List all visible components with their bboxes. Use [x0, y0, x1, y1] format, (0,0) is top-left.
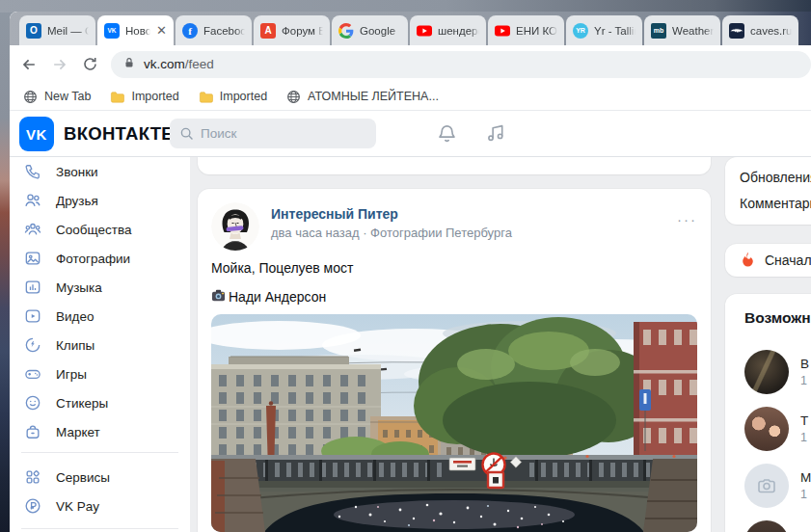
phone-icon [22, 161, 43, 182]
google-icon [338, 23, 354, 39]
feed-tab-comments[interactable]: Комментарии [725, 191, 811, 217]
tab-outlook-mail[interactable]: O Meil — Ole [19, 15, 95, 45]
friend-name[interactable]: М [800, 470, 811, 485]
feed-tab-updates[interactable]: Обновления [725, 165, 811, 191]
tab-label: Meil — Ole [47, 25, 89, 37]
sidebar-item-games[interactable]: Игры [10, 359, 190, 388]
facebook-icon: f [182, 23, 198, 39]
feed-post: Интересный Питер два часа назад · Фотогр… [198, 189, 711, 532]
friend-suggestion-row[interactable]: В 1 [744, 350, 811, 394]
tab-label: caves.ru [750, 25, 792, 37]
tab-label: Google [360, 25, 401, 37]
sidebar-item-music[interactable]: Музыка [10, 273, 190, 302]
feed-area: Интересный Питер два часа назад · Фотогр… [190, 157, 811, 532]
notifications-bell-icon[interactable] [436, 122, 458, 148]
address-bar[interactable]: vk.com/feed [111, 51, 811, 78]
search-icon [178, 125, 195, 146]
folder-icon [199, 90, 213, 104]
vk-icon: VK [104, 23, 120, 39]
bookmark-folder-imported-2[interactable]: Imported [199, 90, 267, 104]
tab-caves[interactable]: caves.ru [722, 15, 798, 45]
post-author-avatar[interactable] [211, 202, 259, 251]
friend-suggestion-row[interactable]: М 1 [744, 464, 811, 508]
post-photo[interactable] [211, 314, 697, 532]
yr-icon: YR [573, 23, 588, 39]
friend-avatar[interactable] [744, 350, 789, 394]
communities-icon [22, 219, 43, 240]
vk-logo[interactable]: VK [19, 117, 54, 151]
folder-icon [110, 90, 124, 104]
tab-yr-weather[interactable]: YR Yr - Tallin [566, 15, 642, 45]
sidebar-item-video[interactable]: Видео [10, 302, 190, 331]
post-mention: Нади Андерсон [211, 288, 697, 306]
sidebar-divider [21, 528, 178, 529]
bookmark-folder-imported-1[interactable]: Imported [110, 90, 178, 104]
youtube-icon [417, 23, 432, 39]
post-menu-ellipsis[interactable]: ··· [677, 202, 697, 251]
forward-button[interactable] [50, 55, 69, 74]
feed-tabs-card: Обновления Комментарии [725, 157, 811, 225]
photos-icon [22, 248, 43, 269]
browser-window: O Meil — Ole VK Новости ✕ f Facebook А Ф… [10, 12, 811, 532]
friend-avatar[interactable] [744, 520, 789, 532]
games-icon [22, 363, 43, 385]
tab-strip: O Meil — Ole VK Новости ✕ f Facebook А Ф… [10, 12, 811, 45]
sidebar-item-photos[interactable]: Фотографии [10, 244, 190, 273]
post-text: Мойка, Поцелуев мост [211, 260, 697, 276]
tab-label: Yr - Tallin [594, 25, 635, 37]
sidebar-divider [21, 452, 178, 453]
tab-vk-news[interactable]: VK Новости ✕ [97, 15, 174, 45]
post-meta[interactable]: два часа назад · Фотографии Петербурга [271, 226, 677, 240]
sidebar-item-clips[interactable]: Клипы [10, 331, 190, 359]
search-input[interactable] [170, 119, 376, 148]
friend-name[interactable]: Т [800, 413, 808, 428]
page-content: Звонки Друзья Сообщества Фотографии Музы… [10, 157, 811, 532]
tab-facebook[interactable]: f Facebook [176, 15, 252, 45]
bookmarks-bar: New Tab Imported Imported АТОМНЫЕ ЛЕЙТЕН… [10, 83, 811, 111]
friend-suggestion-row[interactable] [744, 520, 811, 532]
youtube-icon [495, 23, 510, 39]
tab-youtube-2[interactable]: ЕНИ КОЛ [488, 15, 564, 45]
tab-label: шендеро [438, 25, 479, 37]
tab-forum[interactable]: А Форум В [254, 15, 330, 45]
bookmark-new-tab[interactable]: New Tab [23, 90, 91, 104]
bookmark-atomic[interactable]: АТОМНЫЕ ЛЕЙТЕНА... [286, 90, 439, 104]
music-notes-icon[interactable] [484, 122, 507, 148]
friend-suggestion-row[interactable]: Т 1 [744, 407, 811, 451]
tab-label: Weather [672, 25, 714, 37]
forum-a-icon: А [260, 23, 276, 39]
tab-youtube-1[interactable]: шендеро [410, 15, 486, 45]
feed-sort-toggle[interactable]: Сначала интересные [725, 244, 811, 277]
fire-icon [740, 251, 756, 270]
sidebar-item-stickers[interactable]: Стикеры [10, 388, 190, 417]
friend-meta: 1 [800, 431, 808, 444]
sidebar-item-communities[interactable]: Сообщества [10, 215, 190, 244]
vk-header: VK ВКОНТАКТЕ [10, 111, 811, 157]
camera-icon [755, 474, 778, 497]
vk-wordmark: ВКОНТАКТЕ [64, 123, 174, 145]
left-sidebar: Звонки Друзья Сообщества Фотографии Музы… [10, 157, 190, 532]
friend-suggestions-title: Возможные друзья [744, 309, 811, 327]
services-icon [22, 466, 43, 488]
friend-avatar[interactable] [744, 407, 789, 451]
friend-avatar-placeholder[interactable] [744, 464, 789, 508]
friend-suggestions-card: Возможные друзья В 1 Т 1 [725, 294, 811, 532]
tab-google[interactable]: Google [332, 15, 408, 45]
reload-button[interactable] [81, 55, 99, 73]
sidebar-item-friends[interactable]: Друзья [10, 186, 190, 215]
friend-meta: 1 [800, 374, 809, 387]
sidebar-item-services[interactable]: Сервисы [10, 463, 190, 492]
sidebar-item-vkpay[interactable]: VK Pay [10, 492, 190, 520]
friend-name[interactable]: В [800, 357, 809, 371]
tab-meteoblue[interactable]: mb Weather [644, 15, 720, 45]
market-icon [22, 421, 43, 442]
sidebar-item-market[interactable]: Маркет [10, 417, 190, 446]
friend-meta: 1 [800, 488, 811, 501]
outlook-icon: O [26, 23, 41, 39]
sidebar-item-calls[interactable]: Звонки [10, 157, 190, 186]
clips-icon [22, 334, 43, 356]
post-author-name[interactable]: Интересный Питер [271, 206, 677, 222]
back-button[interactable] [19, 55, 39, 74]
previous-post-bottom [198, 157, 711, 174]
tab-close-icon[interactable]: ✕ [156, 24, 167, 37]
